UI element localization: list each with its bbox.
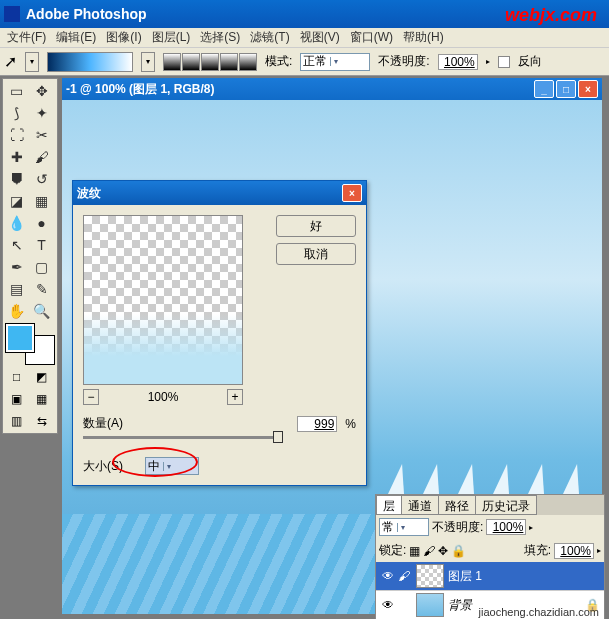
- tool-preset-dropdown[interactable]: ▾: [25, 52, 39, 72]
- dodge-tool-icon[interactable]: ●: [29, 212, 54, 234]
- gradient-dropdown[interactable]: ▾: [141, 52, 155, 72]
- lasso-tool-icon[interactable]: ⟆: [4, 102, 29, 124]
- watermark-text: webjx.com: [505, 5, 597, 26]
- opacity-arrow-icon[interactable]: ▸: [486, 57, 490, 66]
- menu-image[interactable]: 图像(I): [103, 29, 144, 46]
- marquee-tool-icon[interactable]: ▭: [4, 80, 29, 102]
- path-tool-icon[interactable]: ↖: [4, 234, 29, 256]
- menu-file[interactable]: 文件(F): [4, 29, 49, 46]
- mode-label: 模式:: [265, 53, 292, 70]
- fill-value[interactable]: 100%: [554, 543, 594, 559]
- fill-label: 填充:: [524, 542, 551, 559]
- tab-paths[interactable]: 路径: [438, 495, 476, 515]
- layer-thumbnail[interactable]: [416, 564, 444, 588]
- brush-tool-icon[interactable]: 🖌: [29, 146, 54, 168]
- dialog-title: 波纹: [77, 185, 340, 202]
- size-select[interactable]: 中▾: [145, 457, 199, 475]
- visibility-icon[interactable]: 👁: [380, 569, 396, 583]
- menu-select[interactable]: 选择(S): [197, 29, 243, 46]
- amount-input[interactable]: [297, 416, 337, 432]
- pen-tool-icon[interactable]: ✒: [4, 256, 29, 278]
- stamp-tool-icon[interactable]: ⛊: [4, 168, 29, 190]
- doc-title: -1 @ 100% (图层 1, RGB/8): [66, 81, 532, 98]
- menu-layer[interactable]: 图层(L): [149, 29, 194, 46]
- ripple-dialog: 波纹 × 好 取消 − 100% + 数量(A) % 大小(S) 中▾: [72, 180, 367, 486]
- layer-blend-select[interactable]: 常▾: [379, 518, 429, 536]
- notes-tool-icon[interactable]: ▤: [4, 278, 29, 300]
- menu-view[interactable]: 视图(V): [297, 29, 343, 46]
- zoom-out-button[interactable]: −: [83, 389, 99, 405]
- reverse-label: 反向: [518, 53, 542, 70]
- shape-tool-icon[interactable]: ▢: [29, 256, 54, 278]
- crop-tool-icon[interactable]: ⛶: [4, 124, 29, 146]
- hand-tool-icon[interactable]: ✋: [4, 300, 29, 322]
- ok-button[interactable]: 好: [276, 215, 356, 237]
- zoom-tool-icon[interactable]: 🔍: [29, 300, 54, 322]
- lock-label: 锁定:: [379, 542, 406, 559]
- dialog-close-button[interactable]: ×: [342, 184, 362, 202]
- zoom-percent: 100%: [148, 390, 179, 404]
- heal-tool-icon[interactable]: ✚: [4, 146, 29, 168]
- layer-opacity-value[interactable]: 100%: [486, 519, 526, 535]
- filter-preview[interactable]: [83, 215, 243, 385]
- screen-mode-3-icon[interactable]: ▥: [4, 410, 29, 432]
- opacity-label: 不透明度:: [378, 53, 429, 70]
- gradient-tool-icon[interactable]: ▦: [29, 190, 54, 212]
- menu-help[interactable]: 帮助(H): [400, 29, 447, 46]
- visibility-icon[interactable]: 👁: [380, 598, 396, 612]
- amount-unit: %: [345, 417, 356, 431]
- tool-preset-icon[interactable]: ➚: [4, 52, 17, 71]
- slice-tool-icon[interactable]: ✂: [29, 124, 54, 146]
- tab-history[interactable]: 历史记录: [475, 495, 537, 515]
- eraser-tool-icon[interactable]: ◪: [4, 190, 29, 212]
- app-icon: [4, 6, 20, 22]
- cancel-button[interactable]: 取消: [276, 243, 356, 265]
- layer-name: 图层 1: [448, 568, 482, 585]
- fg-color-swatch[interactable]: [6, 324, 34, 352]
- toolbox: ▭ ✥ ⟆ ✦ ⛶ ✂ ✚ 🖌 ⛊ ↺ ◪ ▦ 💧 ● ↖ T ✒ ▢ ▤ ✎ …: [2, 78, 58, 434]
- history-brush-icon[interactable]: ↺: [29, 168, 54, 190]
- menu-filter[interactable]: 滤镜(T): [247, 29, 292, 46]
- layer-row-1[interactable]: 👁 🖌 图层 1: [376, 562, 604, 591]
- move-tool-icon[interactable]: ✥: [29, 80, 54, 102]
- quickmask-mode-icon[interactable]: ◩: [29, 366, 54, 388]
- layers-panel: 层 通道 路径 历史记录 常▾ 不透明度: 100%▸ 锁定: ▦ 🖌 ✥ 🔒 …: [375, 494, 605, 619]
- opacity-value[interactable]: 100%: [438, 54, 478, 70]
- brush-indicator-icon: 🖌: [396, 569, 412, 583]
- lock-paint-icon[interactable]: 🖌: [423, 544, 435, 558]
- gradient-linear-icon[interactable]: [163, 53, 181, 71]
- layer-thumbnail[interactable]: [416, 593, 444, 617]
- gradient-type-group: [163, 53, 257, 71]
- tab-channels[interactable]: 通道: [401, 495, 439, 515]
- size-label: 大小(S): [83, 458, 123, 475]
- amount-slider[interactable]: [83, 436, 283, 439]
- layer-name: 背景: [448, 597, 472, 614]
- tab-layers[interactable]: 层: [376, 495, 402, 515]
- gradient-swatch[interactable]: [47, 52, 133, 72]
- gradient-angle-icon[interactable]: [201, 53, 219, 71]
- jump-to-icon[interactable]: ⇆: [29, 410, 54, 432]
- screen-mode-1-icon[interactable]: ▣: [4, 388, 29, 410]
- lock-all-icon[interactable]: 🔒: [451, 544, 466, 558]
- footer-watermark: jiaocheng.chazidian.com: [475, 605, 603, 619]
- gradient-diamond-icon[interactable]: [239, 53, 257, 71]
- screen-mode-2-icon[interactable]: ▦: [29, 388, 54, 410]
- blend-mode-select[interactable]: 正常▾: [300, 53, 370, 71]
- lock-move-icon[interactable]: ✥: [438, 544, 448, 558]
- menubar: 文件(F) 编辑(E) 图像(I) 图层(L) 选择(S) 滤镜(T) 视图(V…: [0, 28, 609, 48]
- type-tool-icon[interactable]: T: [29, 234, 54, 256]
- menu-window[interactable]: 窗口(W): [347, 29, 396, 46]
- minimize-button[interactable]: _: [534, 80, 554, 98]
- eyedropper-tool-icon[interactable]: ✎: [29, 278, 54, 300]
- close-button[interactable]: ×: [578, 80, 598, 98]
- maximize-button[interactable]: □: [556, 80, 576, 98]
- reverse-checkbox[interactable]: [498, 56, 510, 68]
- standard-mode-icon[interactable]: □: [4, 366, 29, 388]
- gradient-reflected-icon[interactable]: [220, 53, 238, 71]
- zoom-in-button[interactable]: +: [227, 389, 243, 405]
- menu-edit[interactable]: 编辑(E): [53, 29, 99, 46]
- blur-tool-icon[interactable]: 💧: [4, 212, 29, 234]
- lock-transparent-icon[interactable]: ▦: [409, 544, 420, 558]
- gradient-radial-icon[interactable]: [182, 53, 200, 71]
- wand-tool-icon[interactable]: ✦: [29, 102, 54, 124]
